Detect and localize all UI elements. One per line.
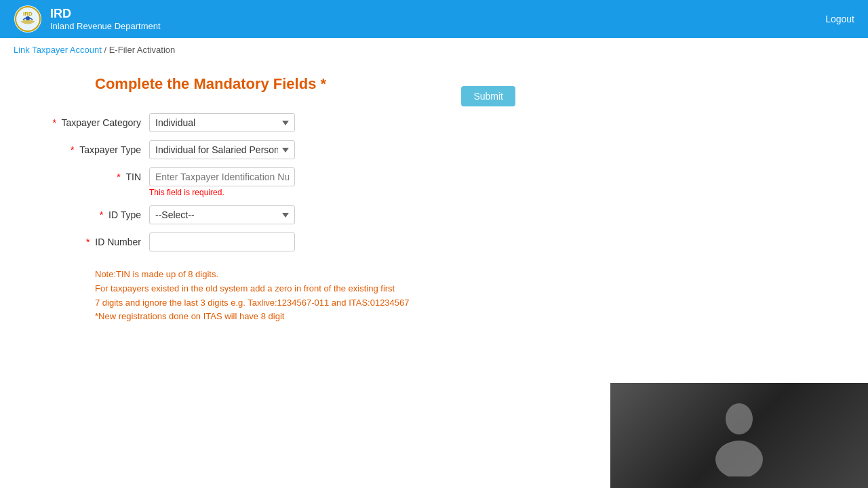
header-title: IRD xyxy=(50,7,161,22)
note-line-2: For taxpayers existed in the old system … xyxy=(95,282,597,296)
header: IRD IRD Inland Revenue Department Logout xyxy=(0,0,868,38)
breadcrumb-separator: / xyxy=(104,45,108,55)
id-number-input[interactable] xyxy=(149,232,295,251)
tin-label: * TIN xyxy=(14,167,149,182)
breadcrumb-current: E-Filer Activation xyxy=(109,45,176,55)
header-left: IRD IRD Inland Revenue Department xyxy=(14,5,161,33)
id-type-label: * ID Type xyxy=(14,205,149,220)
page-title: Complete the Mandatory Fields * xyxy=(95,75,597,93)
logout-button[interactable]: Logout xyxy=(825,14,854,24)
taxpayer-category-label: * Taxpayer Category xyxy=(14,113,149,128)
tin-field-wrapper: This field is required. xyxy=(149,167,295,197)
main-content: Complete the Mandatory Fields * Submit *… xyxy=(0,62,610,338)
ird-logo-icon: IRD xyxy=(14,5,42,33)
tin-error-message: This field is required. xyxy=(149,188,295,197)
taxpayer-category-select[interactable]: Individual Business Government xyxy=(149,113,295,132)
svg-point-3 xyxy=(26,16,30,20)
form-row-tin: * TIN This field is required. xyxy=(14,167,597,197)
required-star-category: * xyxy=(52,117,56,128)
required-star-type: * xyxy=(71,144,74,155)
svg-text:IRD: IRD xyxy=(23,11,33,17)
required-star-id-type: * xyxy=(100,209,103,220)
form-row-id-number: * ID Number xyxy=(14,232,597,251)
id-type-select[interactable]: --Select-- Passport National ID Driver L… xyxy=(149,205,295,224)
required-star-id-number: * xyxy=(86,237,90,247)
taxpayer-type-select[interactable]: Individual for Salaried Person/Pension I… xyxy=(149,140,295,159)
form-row-taxpayer-category: * Taxpayer Category Individual Business … xyxy=(14,113,597,132)
breadcrumb-link-taxpayer[interactable]: Link Taxpayer Account xyxy=(14,45,102,55)
form-section: Submit * Taxpayer Category Individual Bu… xyxy=(14,113,597,324)
notes-section: Note:TIN is made up of 8 digits. For tax… xyxy=(95,268,597,324)
note-line-3: 7 digits and ignore the last 3 digits e.… xyxy=(95,296,597,310)
note-line-1: Note:TIN is made up of 8 digits. xyxy=(95,268,597,282)
note-line-4: *New registrations done on ITAS will hav… xyxy=(95,310,597,324)
required-star-tin: * xyxy=(117,171,120,182)
submit-button[interactable]: Submit xyxy=(461,86,515,106)
header-subtitle: Inland Revenue Department xyxy=(50,21,161,31)
taxpayer-type-label: * Taxpayer Type xyxy=(14,140,149,155)
tin-input[interactable] xyxy=(149,167,295,186)
form-row-taxpayer-type: * Taxpayer Type Individual for Salaried … xyxy=(14,140,597,159)
id-number-label: * ID Number xyxy=(14,232,149,247)
breadcrumb: Link Taxpayer Account / E-Filer Activati… xyxy=(0,38,868,62)
form-row-id-type: * ID Type --Select-- Passport National I… xyxy=(14,205,597,224)
